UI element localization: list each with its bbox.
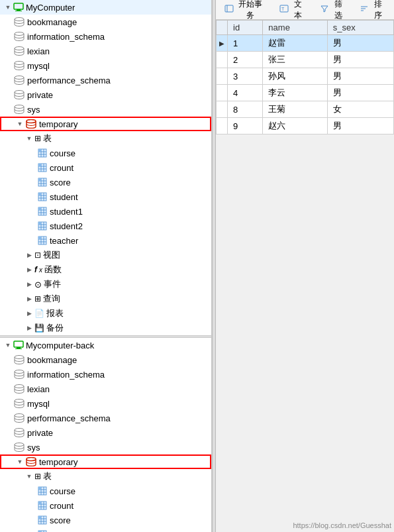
svg-rect-69 xyxy=(38,487,41,490)
svg-point-10 xyxy=(26,120,36,123)
table-row[interactable]: 8王菊女 xyxy=(217,101,394,118)
table-label: score xyxy=(50,178,71,187)
col-indicator-header xyxy=(217,21,228,35)
cell-name: 张三 xyxy=(263,52,327,68)
db-private-1[interactable]: private xyxy=(0,87,211,102)
tables-group-1[interactable]: ▼ ⊞ 表 xyxy=(0,131,211,146)
funcs-group-1[interactable]: ▶ fx 函数 xyxy=(0,262,211,277)
table-label: crount xyxy=(50,501,74,511)
svg-rect-52 xyxy=(38,237,41,239)
table-student1-1[interactable]: student1 xyxy=(0,204,211,219)
cell-id: 3 xyxy=(228,68,263,85)
expand-tables-1: ▼ xyxy=(24,133,34,144)
db-private-2[interactable]: private xyxy=(0,425,211,440)
db-lexian-1[interactable]: lexian xyxy=(0,44,211,58)
toolbar: 开始事务 T 文本 筛选 排序 xyxy=(216,0,394,20)
db-mysql-1[interactable]: mysql xyxy=(0,58,211,73)
col-name-header[interactable]: name xyxy=(263,21,327,35)
table-course-2[interactable]: course xyxy=(0,484,211,498)
queries-group-1[interactable]: ▶ ⊞ 查询 xyxy=(0,292,211,306)
db-mysql-2[interactable]: mysql xyxy=(0,396,211,411)
svg-point-3 xyxy=(15,18,24,21)
db-temporary-1[interactable]: ▼ temporary xyxy=(0,117,211,131)
db-bookmanage-1[interactable]: bookmanage xyxy=(0,15,211,29)
svg-rect-0 xyxy=(14,3,23,9)
cell-id: 4 xyxy=(228,85,263,101)
db-icon xyxy=(13,89,25,100)
table-label: student1 xyxy=(50,207,83,217)
table-course-1[interactable]: course xyxy=(0,146,211,160)
col-id-header[interactable]: id xyxy=(228,21,263,35)
table-crount-2[interactable]: crount xyxy=(0,498,211,513)
svg-rect-40 xyxy=(38,207,41,210)
db-icon xyxy=(13,427,25,438)
svg-point-7 xyxy=(15,76,24,80)
queries-label-1: 查询 xyxy=(43,293,60,305)
reports-group-1[interactable]: ▶ 📄 报表 xyxy=(0,306,211,321)
db-label: information_schema xyxy=(27,370,105,380)
db-icon xyxy=(13,398,25,409)
table-icon xyxy=(37,148,48,158)
tables-group-2[interactable]: ▼ ⊞ 表 xyxy=(0,469,211,484)
table-row[interactable]: 9赵六男 xyxy=(217,118,394,134)
db-bookmanage-2[interactable]: bookmanage xyxy=(0,352,211,367)
cell-ssex: 男 xyxy=(327,85,393,101)
db-sys-1[interactable]: sys xyxy=(0,102,211,117)
cell-ssex: 男 xyxy=(327,68,393,85)
funcs-label-1: 函数 xyxy=(44,264,62,276)
views-group-1[interactable]: ▶ ⊡ 视图 xyxy=(0,248,211,262)
table-student2-1[interactable]: student2 xyxy=(0,219,211,233)
computer2-root[interactable]: ▼ Mycomputer-back xyxy=(0,338,211,352)
row-indicator xyxy=(217,68,228,85)
left-panel: ▼ MyComputer bookmanage information_sche… xyxy=(0,0,212,532)
sort-label: 排序 xyxy=(371,0,385,21)
db-icon xyxy=(13,46,25,56)
table-row[interactable]: ▶1赵雷男 xyxy=(217,35,394,52)
svg-point-61 xyxy=(15,429,24,432)
col-ssex-header[interactable]: s_sex xyxy=(327,21,393,35)
db-label: performance_schema xyxy=(27,76,111,85)
svg-point-5 xyxy=(15,47,24,50)
db-performance-schema-2[interactable]: performance_schema xyxy=(0,411,211,425)
svg-point-8 xyxy=(15,91,24,94)
events-icon-1: ⊙ xyxy=(34,280,42,290)
table-score-1[interactable]: score xyxy=(0,175,211,189)
text-icon: T xyxy=(279,4,289,15)
table-row[interactable]: 3孙风男 xyxy=(217,68,394,85)
db-temporary-2[interactable]: ▼ temporary xyxy=(0,454,211,469)
table-label: course xyxy=(50,486,75,496)
db-performance-schema-1[interactable]: performance_schema xyxy=(0,73,211,87)
computer2-databases: bookmanage information_schema lexian mys… xyxy=(0,352,211,532)
cell-id: 1 xyxy=(228,35,263,52)
backup-group-1[interactable]: ▶ 💾 备份 xyxy=(0,321,211,335)
svg-rect-55 xyxy=(15,348,22,349)
svg-point-4 xyxy=(15,32,24,36)
table-row[interactable]: 2张三男 xyxy=(217,52,394,68)
table-teacher-1[interactable]: teacher xyxy=(0,233,211,248)
table-icon xyxy=(37,486,48,496)
table-label: crount xyxy=(50,163,74,173)
table-score-2[interactable]: score xyxy=(0,513,211,527)
svg-point-6 xyxy=(15,62,24,65)
cell-id: 2 xyxy=(228,52,263,68)
table-student-2[interactable]: student xyxy=(0,527,211,532)
computer1-root[interactable]: ▼ MyComputer xyxy=(0,0,211,15)
table-crount-1[interactable]: crount xyxy=(0,160,211,175)
events-group-1[interactable]: ▶ ⊙ 事件 xyxy=(0,277,211,292)
table-student-1[interactable]: student xyxy=(0,189,211,204)
table-row[interactable]: 4李云男 xyxy=(217,85,394,101)
funcs-icon-1: f xyxy=(34,265,37,274)
db-sys-2[interactable]: sys xyxy=(0,440,211,454)
db-label: performance_schema xyxy=(27,413,111,423)
table-label: student xyxy=(50,530,78,533)
db-icon xyxy=(13,31,25,42)
db-lexian-2[interactable]: lexian xyxy=(0,382,211,396)
db-information-schema-2[interactable]: information_schema xyxy=(0,367,211,382)
svg-rect-2 xyxy=(15,11,22,11)
db-icon-red xyxy=(25,119,37,129)
db-information-schema-1[interactable]: information_schema xyxy=(0,29,211,44)
svg-point-57 xyxy=(15,370,24,374)
computer2-icon xyxy=(13,340,24,350)
table-icon xyxy=(37,515,48,525)
db-temporary-2-label: temporary xyxy=(39,457,78,467)
